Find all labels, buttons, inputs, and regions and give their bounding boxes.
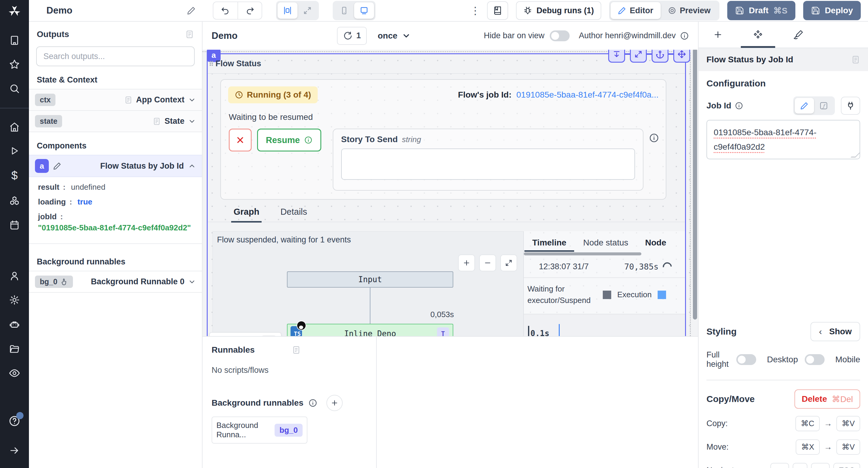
fullwidth-layout-button[interactable] bbox=[298, 2, 317, 19]
canvas-v-scrollbar[interactable] bbox=[693, 50, 697, 320]
ctx-chip: ctx bbox=[35, 94, 56, 106]
tab-node-definition[interactable]: Node bbox=[645, 238, 666, 252]
hide-bar-toggle[interactable] bbox=[550, 30, 569, 41]
folders-icon[interactable] bbox=[9, 343, 20, 354]
chevron-down-icon[interactable] bbox=[188, 96, 196, 104]
tab-graph[interactable]: Graph bbox=[234, 207, 259, 222]
preview-tab[interactable]: Preview bbox=[661, 2, 718, 19]
collapse-arrow-icon[interactable] bbox=[9, 445, 20, 456]
app-canvas[interactable]: a ⠿ Flow Status bbox=[203, 50, 698, 337]
story-type: string bbox=[402, 135, 421, 144]
insert-tab-plus-icon[interactable] bbox=[710, 22, 726, 48]
graph-zoom-out-button[interactable] bbox=[479, 255, 496, 271]
ctx-row[interactable]: ctx App Context bbox=[29, 89, 202, 111]
robot-icon[interactable] bbox=[9, 319, 20, 330]
resume-button[interactable]: Resume bbox=[257, 129, 321, 152]
schedule-dropdown[interactable]: once bbox=[378, 31, 410, 41]
flow-status-body: Running (3 of 4) Flow's job Id: 0191085e… bbox=[220, 79, 666, 200]
panel-doc-icon[interactable] bbox=[185, 30, 194, 39]
rename-pencil-icon[interactable] bbox=[53, 162, 61, 170]
help-icon[interactable] bbox=[8, 415, 21, 427]
full-height-label: Full height bbox=[707, 350, 730, 369]
more-menu-kebab-icon[interactable]: ⋮ bbox=[470, 4, 479, 16]
draft-button[interactable]: Draft ⌘S bbox=[727, 1, 795, 20]
graph-node-inline-deno[interactable]: TS Inline Deno I bbox=[287, 324, 453, 337]
search-icon[interactable] bbox=[9, 83, 20, 94]
editor-tab[interactable]: Editor bbox=[611, 2, 661, 19]
edit-title-pencil-icon[interactable] bbox=[187, 6, 196, 15]
settings-tab-components-icon[interactable] bbox=[749, 22, 767, 48]
bg-runnable-row[interactable]: bg_0 Background Runnable 0 bbox=[29, 271, 202, 293]
tab-node-status[interactable]: Node status bbox=[583, 238, 628, 252]
timeline-h-scrollbar[interactable] bbox=[524, 253, 641, 256]
show-styling-button[interactable]: ‹ Show bbox=[810, 322, 860, 341]
graph-fit-button[interactable] bbox=[500, 255, 517, 271]
add-bg-runnable-button[interactable] bbox=[327, 395, 343, 411]
settings-gear-icon[interactable] bbox=[9, 295, 20, 305]
copy-shortcut-row: Copy: ⌘C→⌘V bbox=[707, 415, 860, 432]
loading-value: true bbox=[78, 197, 92, 206]
favorites-star-icon[interactable] bbox=[9, 59, 20, 70]
cancel-button[interactable] bbox=[229, 129, 252, 152]
state-row[interactable]: state State bbox=[29, 111, 202, 132]
panel-doc-icon[interactable] bbox=[292, 345, 301, 355]
graph-node-input[interactable]: Input bbox=[287, 271, 453, 288]
mobile-view-button[interactable] bbox=[334, 2, 354, 19]
chevron-down-icon[interactable] bbox=[188, 278, 196, 286]
resources-cubes-icon[interactable] bbox=[9, 196, 20, 206]
tab-details[interactable]: Details bbox=[280, 207, 307, 222]
info-icon[interactable] bbox=[735, 101, 743, 110]
chevron-down-icon[interactable] bbox=[188, 118, 196, 125]
bg-runnable-item[interactable]: Background Runna... bg_0 bbox=[212, 416, 307, 444]
deploy-button[interactable]: Deploy bbox=[803, 1, 861, 20]
device-toggle-group bbox=[333, 1, 375, 20]
outputs-search[interactable] bbox=[36, 46, 195, 66]
expression-mode-fx-button[interactable]: ƒ bbox=[814, 98, 833, 113]
connect-plug-button[interactable] bbox=[841, 97, 860, 115]
desktop-view-button[interactable] bbox=[354, 2, 374, 19]
delete-button[interactable]: Delete ⌘Del bbox=[795, 390, 860, 409]
undo-button[interactable] bbox=[213, 2, 238, 19]
running-status-badge: Running (3 of 4) bbox=[228, 87, 318, 103]
mobile-label: Mobile bbox=[835, 355, 860, 364]
main-editor-area: Demo 1 once Hide bar on view Author henr… bbox=[203, 22, 698, 468]
info-icon[interactable] bbox=[649, 133, 659, 143]
canvas-app-title: Demo bbox=[212, 30, 238, 41]
redo-button[interactable] bbox=[238, 2, 261, 19]
flow-graph-panel[interactable]: Flow suspended, waiting for 1 events Inp… bbox=[213, 231, 524, 337]
refresh-count-button[interactable]: 1 bbox=[337, 27, 367, 45]
desktop-toggle[interactable] bbox=[805, 354, 825, 365]
tab-timeline[interactable]: Timeline bbox=[532, 238, 566, 252]
result-value: undefined bbox=[71, 182, 105, 192]
center-layout-button[interactable] bbox=[278, 2, 298, 19]
info-icon[interactable] bbox=[680, 31, 689, 40]
selected-component-flow-status[interactable]: a ⠿ Flow Status bbox=[207, 53, 686, 337]
styling-tab-brush-icon[interactable] bbox=[789, 22, 807, 48]
home-icon[interactable] bbox=[9, 122, 20, 133]
info-icon[interactable] bbox=[308, 398, 317, 407]
pointer-hand-icon bbox=[60, 278, 68, 286]
timeline-duration: 70,385s bbox=[624, 262, 658, 271]
chevron-up-icon[interactable] bbox=[188, 162, 196, 170]
flows-job-id-link[interactable]: 0191085e-5baa-81ef-4774-c9ef4f0a... bbox=[516, 90, 658, 100]
runs-play-icon[interactable] bbox=[9, 146, 20, 156]
audit-eye-icon[interactable] bbox=[9, 367, 20, 379]
users-icon[interactable] bbox=[9, 270, 20, 281]
job-id-textarea[interactable]: 0191085e-5baa-81ef-4774- c9ef4f0a92d2 bbox=[707, 120, 860, 159]
static-mode-pencil-button[interactable] bbox=[795, 98, 814, 113]
windmill-logo[interactable] bbox=[0, 0, 29, 22]
schedules-calendar-icon[interactable] bbox=[9, 220, 20, 230]
docs-book-button[interactable] bbox=[487, 1, 508, 20]
panel-doc-icon[interactable] bbox=[851, 55, 860, 64]
story-textarea[interactable] bbox=[341, 148, 635, 180]
variables-dollar-icon[interactable]: $ bbox=[11, 169, 18, 182]
execution-tick bbox=[559, 324, 560, 337]
component-row-a[interactable]: a Flow Status by Job Id bbox=[29, 155, 202, 177]
workspace-icon[interactable] bbox=[9, 35, 20, 46]
bg-runnables-title: Background runnables bbox=[212, 398, 304, 408]
full-height-toggle[interactable] bbox=[736, 354, 756, 365]
graph-zoom-in-button[interactable] bbox=[458, 255, 475, 271]
debug-runs-button[interactable]: Debug runs (1) bbox=[516, 1, 601, 20]
drag-handle[interactable]: ⠿ bbox=[209, 60, 213, 68]
search-outputs-input[interactable] bbox=[43, 52, 187, 61]
